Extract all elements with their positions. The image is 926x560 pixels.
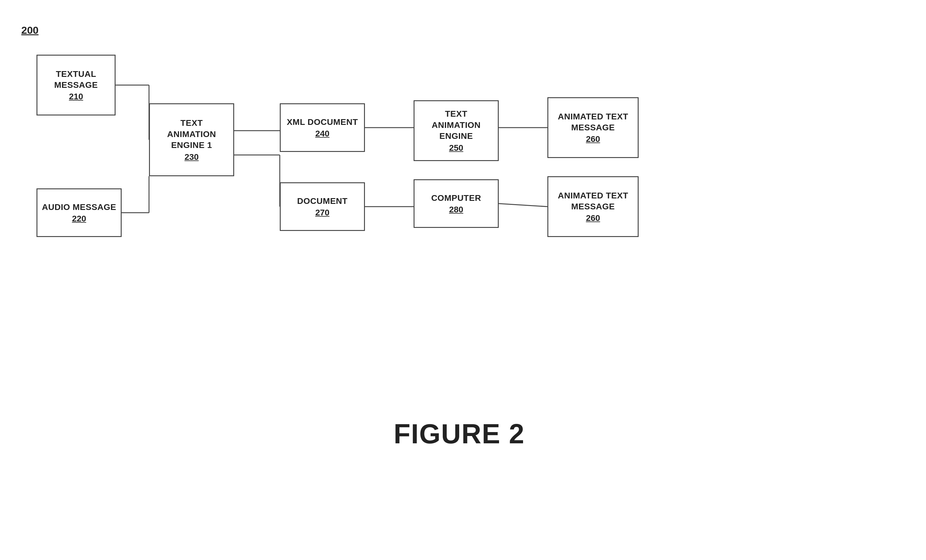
animated-text-message-1-box: ANIMATED TEXTMESSAGE 260 [548, 97, 639, 158]
text-animation-engine-label: TEXTANIMATIONENGINE [431, 109, 481, 142]
audio-message-box: AUDIO MESSAGE 220 [36, 189, 122, 237]
figure-label: 200 [21, 24, 39, 36]
audio-message-label: AUDIO MESSAGE [42, 202, 117, 213]
computer-label: COMPUTER [431, 193, 481, 204]
diagram-container: 200 [18, 18, 900, 474]
animated-text-message-2-label: ANIMATED TEXTMESSAGE [558, 190, 628, 212]
xml-document-box: XML DOCUMENT 240 [280, 103, 365, 152]
textual-message-label: TEXTUALMESSAGE [54, 69, 98, 91]
computer-num: 280 [449, 205, 463, 214]
text-animation-engine-num: 250 [449, 143, 463, 153]
text-animation-engine1-label: TEXTANIMATIONENGINE 1 [167, 118, 216, 151]
animated-text-message-2-num: 260 [586, 213, 600, 223]
text-animation-engine1-num: 230 [185, 152, 199, 162]
xml-document-num: 240 [315, 129, 330, 139]
document-box: DOCUMENT 270 [280, 182, 365, 231]
xml-document-label: XML DOCUMENT [287, 117, 358, 128]
animated-text-message-2-box: ANIMATED TEXTMESSAGE 260 [548, 176, 639, 237]
computer-box: COMPUTER 280 [414, 179, 499, 228]
document-label: DOCUMENT [297, 196, 348, 207]
animated-text-message-1-label: ANIMATED TEXTMESSAGE [558, 111, 628, 133]
svg-line-10 [499, 204, 548, 207]
connector-lines [18, 18, 900, 474]
figure-caption: FIGURE 2 [18, 418, 900, 450]
textual-message-box: TEXTUALMESSAGE 210 [36, 55, 115, 115]
animated-text-message-1-num: 260 [586, 134, 600, 144]
textual-message-num: 210 [69, 92, 83, 101]
document-num: 270 [315, 208, 330, 217]
audio-message-num: 220 [72, 214, 86, 223]
text-animation-engine-box: TEXTANIMATIONENGINE 250 [414, 100, 499, 161]
text-animation-engine1-box: TEXTANIMATIONENGINE 1 230 [149, 103, 234, 176]
